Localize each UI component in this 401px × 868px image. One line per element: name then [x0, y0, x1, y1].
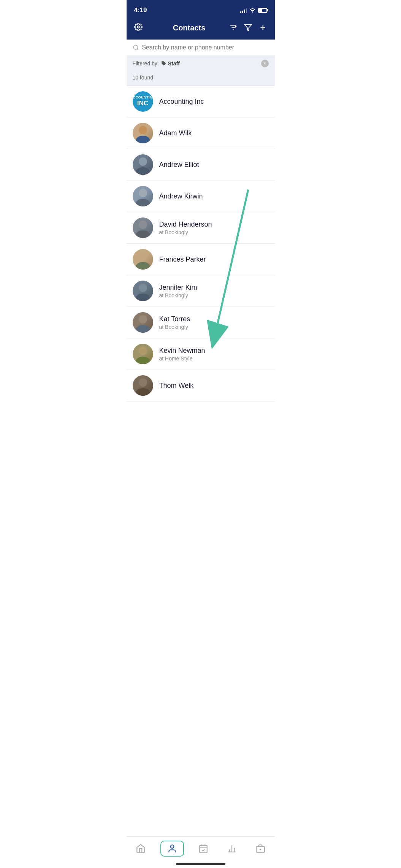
avatar — [133, 249, 153, 270]
list-item-kevin-newman[interactable]: Kevin Newman at Home Style — [127, 338, 275, 370]
svg-point-7 — [133, 45, 138, 49]
contact-name: David Henderson — [159, 221, 269, 229]
contact-info: Adam Wilk — [159, 129, 269, 137]
company-avatar-top: ACCOUNTING — [133, 95, 153, 100]
contact-info: Andrew Elliot — [159, 161, 269, 169]
list-item[interactable]: Thom Welk — [127, 370, 275, 401]
wifi-icon — [249, 7, 256, 14]
status-bar: 4:19 — [127, 0, 275, 19]
list-item[interactable]: Andrew Elliot — [127, 149, 275, 181]
avatar — [133, 154, 153, 175]
search-icon — [133, 44, 139, 51]
avatar — [133, 375, 153, 396]
contact-info: David Henderson at Bookingly — [159, 221, 269, 235]
list-item[interactable]: Jennifer Kim at Bookingly — [127, 275, 275, 307]
app-header: Contacts — [127, 19, 275, 40]
filter-label: Filtered by: Staff — [133, 60, 180, 67]
contact-info: Thom Welk — [159, 382, 269, 390]
contact-list-wrapper: ACCOUNTING INC Accounting Inc Adam Wilk — [127, 86, 275, 401]
avatar — [133, 123, 153, 143]
contact-info: Kevin Newman at Home Style — [159, 347, 269, 362]
contact-name: Frances Parker — [159, 255, 269, 263]
contact-company: at Bookingly — [159, 229, 269, 235]
count-bar: 10 found — [127, 71, 275, 86]
results-count: 10 found — [133, 75, 154, 81]
list-item[interactable]: Adam Wilk — [127, 117, 275, 149]
contact-name: Accounting Inc — [159, 98, 269, 106]
filter-tag: Staff — [161, 60, 180, 67]
company-avatar-main: INC — [137, 100, 148, 107]
add-contact-icon[interactable] — [259, 24, 267, 32]
avatar — [133, 217, 153, 238]
contact-info: Accounting Inc — [159, 98, 269, 106]
contact-info: Andrew Kirwin — [159, 192, 269, 200]
contact-list: ACCOUNTING INC Accounting Inc Adam Wilk — [127, 86, 275, 401]
status-icons — [240, 7, 267, 14]
contact-name: Andrew Kirwin — [159, 192, 269, 200]
header-left — [134, 23, 149, 33]
tag-icon — [161, 61, 166, 66]
contact-name: Andrew Elliot — [159, 161, 269, 169]
contact-name: Jennifer Kim — [159, 284, 269, 292]
contact-company: at Bookingly — [159, 324, 269, 330]
svg-point-0 — [137, 26, 139, 28]
list-item[interactable]: Andrew Kirwin — [127, 181, 275, 212]
list-item[interactable]: Kat Torres at Bookingly — [127, 307, 275, 338]
filter-tag-text: Staff — [168, 60, 180, 67]
header-actions — [229, 24, 267, 32]
avatar — [133, 186, 153, 206]
avatar: ACCOUNTING INC — [133, 91, 153, 112]
avatar — [133, 312, 153, 333]
contact-name: Kevin Newman — [159, 347, 269, 355]
svg-line-8 — [137, 49, 138, 50]
close-icon: × — [263, 61, 266, 66]
contact-name: Thom Welk — [159, 382, 269, 390]
status-time: 4:19 — [134, 6, 147, 14]
contact-info: Frances Parker — [159, 255, 269, 263]
list-item[interactable]: ACCOUNTING INC Accounting Inc — [127, 86, 275, 117]
contact-name: Adam Wilk — [159, 129, 269, 137]
list-item[interactable]: Frances Parker — [127, 244, 275, 275]
avatar — [133, 344, 153, 364]
contact-info: Kat Torres at Bookingly — [159, 315, 269, 330]
list-item[interactable]: David Henderson at Bookingly — [127, 212, 275, 244]
svg-marker-4 — [245, 25, 252, 31]
bottom-spacer — [127, 401, 275, 440]
signal-icon — [240, 8, 247, 13]
contact-name: Kat Torres — [159, 315, 269, 323]
filter-close-button[interactable]: × — [261, 60, 269, 67]
battery-icon — [258, 8, 267, 13]
contact-info: Jennifer Kim at Bookingly — [159, 284, 269, 298]
company-avatar: ACCOUNTING INC — [133, 91, 153, 112]
avatar — [133, 281, 153, 301]
gear-icon[interactable] — [134, 23, 143, 31]
page-title: Contacts — [149, 24, 229, 32]
contact-company: at Bookingly — [159, 292, 269, 298]
search-wrapper — [133, 44, 269, 51]
search-input[interactable] — [142, 44, 268, 51]
filter-icon[interactable] — [244, 24, 252, 32]
filter-bar: Filtered by: Staff × — [127, 56, 275, 71]
sort-icon[interactable] — [229, 24, 237, 32]
contact-company: at Home Style — [159, 355, 269, 362]
search-bar — [127, 40, 275, 56]
filter-prefix-text: Filtered by: — [133, 60, 159, 67]
